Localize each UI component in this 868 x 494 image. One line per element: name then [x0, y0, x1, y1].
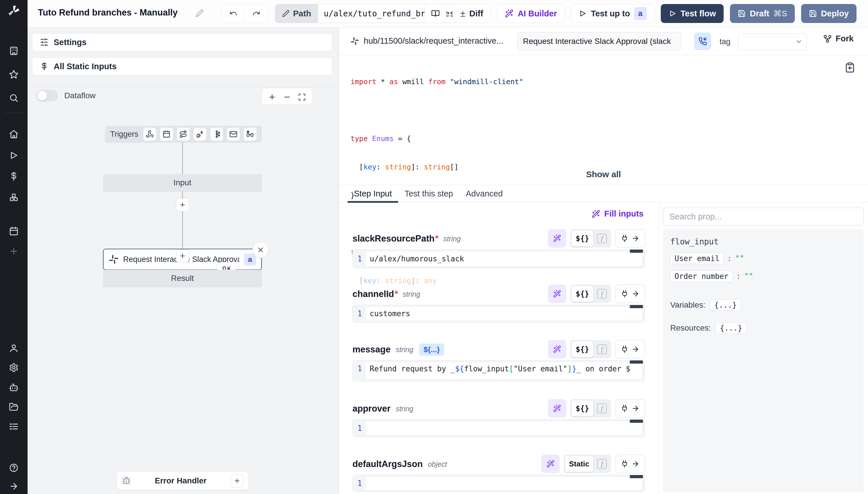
field-editor[interactable]: 1 — [353, 419, 645, 437]
editor-scrollbar[interactable] — [630, 475, 643, 478]
ai-suggest-button[interactable] — [548, 340, 566, 358]
all-static-inputs-button[interactable]: All Static Inputs — [32, 57, 332, 75]
variables-icon[interactable] — [9, 171, 19, 181]
http-route-trigger-icon[interactable] — [177, 128, 190, 141]
editor-content[interactable]: customers — [366, 306, 643, 321]
windmill-logo-icon[interactable] — [7, 5, 20, 17]
zoom-out-button[interactable] — [281, 90, 293, 102]
prop-pill-user-email[interactable]: User email — [670, 253, 724, 264]
mode-template-button[interactable]: ${} — [572, 230, 593, 246]
resources-icon[interactable] — [9, 192, 19, 202]
editor-content[interactable] — [366, 476, 643, 490]
ai-suggest-button[interactable] — [548, 399, 566, 418]
ai-suggest-button[interactable] — [541, 455, 560, 473]
path-edit-button[interactable]: Path — [275, 4, 318, 23]
runs-icon[interactable] — [9, 151, 19, 160]
editor-scrollbar[interactable] — [630, 250, 643, 253]
connect-input-button[interactable] — [615, 455, 645, 473]
folders-icon[interactable] — [9, 402, 19, 412]
user-icon[interactable] — [9, 343, 19, 353]
mode-function-button[interactable]: f — [594, 341, 610, 357]
mode-template-button[interactable]: ${} — [572, 400, 593, 416]
mode-function-button[interactable]: f — [594, 230, 610, 246]
field-editor[interactable]: 1 — [353, 475, 645, 492]
mode-function-button[interactable]: f — [594, 286, 610, 302]
connect-input-button[interactable] — [615, 340, 645, 358]
editor-scrollbar[interactable] — [630, 360, 643, 364]
home-icon[interactable] — [9, 129, 19, 139]
editor-scrollbar[interactable] — [630, 420, 643, 423]
mode-function-button[interactable]: f — [594, 456, 610, 472]
tab-test-this-step[interactable]: Test this step — [398, 185, 459, 202]
diff-button[interactable]: ± Diff — [453, 4, 491, 23]
hub-script-path[interactable]: hub/11500/slack/request_interactive... — [351, 36, 503, 46]
error-handler-node[interactable]: Error Handler — [117, 472, 248, 490]
add-step-button-top[interactable] — [176, 198, 189, 211]
step-summary-input[interactable] — [517, 32, 681, 51]
result-node[interactable]: Result — [103, 270, 262, 287]
edit-title-icon[interactable] — [196, 9, 203, 17]
audit-list-icon[interactable] — [9, 422, 19, 431]
scheduled-poll-trigger-icon[interactable] — [244, 128, 257, 141]
undo-button[interactable] — [222, 5, 245, 22]
slack-icon — [109, 254, 119, 264]
docs-button[interactable] — [425, 4, 446, 23]
connect-input-button[interactable] — [615, 399, 645, 418]
connect-input-button[interactable] — [615, 229, 645, 248]
editor-content[interactable] — [366, 421, 643, 435]
plug-icon — [620, 290, 629, 298]
ai-builder-button[interactable]: AI Builder — [497, 4, 565, 23]
variables-pill[interactable]: {...} — [710, 299, 741, 311]
field-editor[interactable]: 1 customers — [353, 305, 645, 323]
mode-template-button[interactable]: ${} — [572, 286, 593, 302]
remove-step-button[interactable] — [253, 242, 269, 258]
ai-suggest-button[interactable] — [548, 285, 566, 303]
schedule-trigger-icon[interactable] — [160, 128, 173, 141]
zoom-in-button[interactable] — [266, 90, 278, 102]
field-name: slackResourcePath — [353, 233, 435, 244]
tab-advanced[interactable]: Advanced — [459, 185, 509, 202]
email-trigger-icon[interactable] — [227, 128, 240, 141]
draft-button[interactable]: Draft ⌘S — [730, 4, 795, 23]
test-flow-button[interactable]: Test flow — [661, 4, 724, 23]
mode-static-button[interactable]: Static — [565, 456, 593, 472]
editor-content[interactable]: Refund request by _${flow_input["User em… — [366, 362, 643, 380]
resources-label: Resources: — [670, 323, 711, 332]
editor-scrollbar[interactable] — [630, 305, 643, 308]
kafka-trigger-icon[interactable] — [210, 128, 223, 141]
tab-step-input[interactable]: Step Input — [348, 185, 398, 202]
triggers-node[interactable]: Triggers — [105, 126, 262, 142]
redo-button[interactable] — [245, 5, 268, 22]
favorites-icon[interactable] — [9, 70, 19, 79]
deploy-button[interactable]: Deploy — [801, 4, 856, 23]
resources-pill[interactable]: {...} — [715, 322, 747, 334]
test-up-to-button[interactable]: Test up to a — [571, 4, 654, 23]
field-editor[interactable]: 1 Refund request by _${flow_input["User … — [353, 360, 645, 381]
settings-gear-icon[interactable] — [9, 363, 19, 373]
schedules-icon[interactable] — [9, 226, 19, 236]
settings-button[interactable]: Settings — [32, 33, 332, 51]
prop-pill-order-number[interactable]: Order number — [670, 270, 733, 282]
add-error-handler-button[interactable] — [231, 474, 244, 488]
search-prop-input[interactable] — [663, 208, 864, 226]
mode-template-button[interactable]: ${} — [572, 341, 593, 357]
webhook-trigger-icon[interactable] — [143, 128, 156, 141]
fit-view-button[interactable] — [296, 90, 308, 102]
editor-content[interactable]: u/alex/humorous_slack — [366, 251, 643, 267]
fill-inputs-button[interactable]: Fill inputs — [592, 209, 644, 218]
add-menu-icon[interactable] — [9, 246, 19, 256]
ai-bot-icon[interactable] — [9, 383, 19, 392]
expand-sidebar-icon[interactable] — [9, 481, 19, 491]
props-panel: flow_input User email : "" Order number … — [663, 27, 864, 494]
workspace-icon[interactable] — [9, 46, 19, 56]
field-editor[interactable]: 1 u/alex/humorous_slack — [353, 249, 645, 268]
help-icon[interactable] — [9, 463, 19, 473]
search-icon[interactable] — [9, 93, 19, 103]
websocket-trigger-icon[interactable] — [194, 128, 206, 141]
mode-function-button[interactable]: f — [594, 400, 610, 416]
input-node[interactable]: Input — [103, 174, 262, 191]
add-step-button-bottom[interactable] — [176, 249, 189, 263]
connect-input-button[interactable] — [615, 285, 645, 303]
ai-suggest-button[interactable] — [548, 229, 566, 248]
dataflow-toggle[interactable] — [36, 90, 58, 102]
